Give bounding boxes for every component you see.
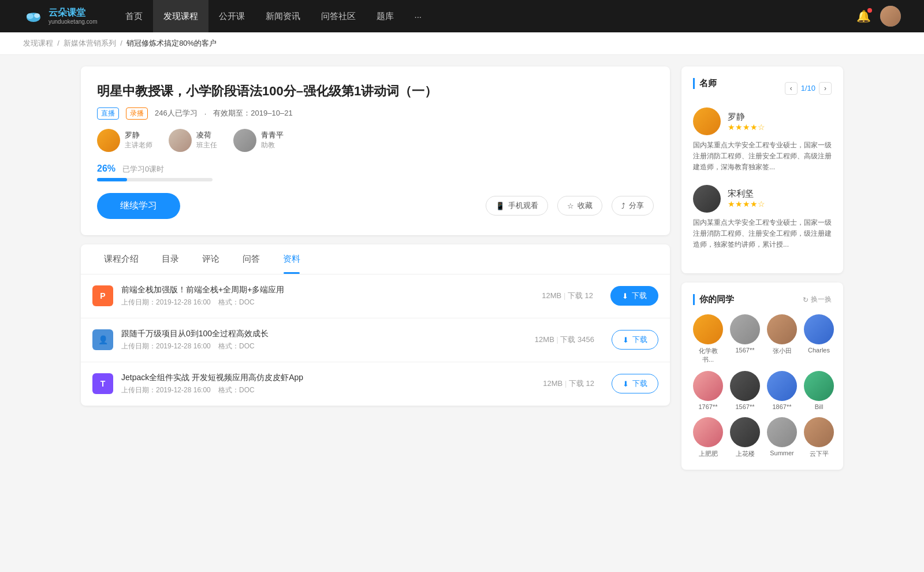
nav-quiz[interactable]: 题库 <box>366 0 404 32</box>
teachers-sidebar-card: 名师 ‹ 1/10 › 罗静 ★★★★☆ 国内某重点大学安全工程专业硕士，国家一… <box>681 66 843 273</box>
classmate-avatar-8 <box>693 417 723 447</box>
notification-bell[interactable]: 🔔 <box>856 9 871 23</box>
teacher-prev-button[interactable]: ‹ <box>785 82 798 95</box>
classmate-avatar-9 <box>730 417 760 447</box>
classmate-avatar-7 <box>804 371 834 401</box>
nav-qa[interactable]: 问答社区 <box>311 0 366 32</box>
teacher-sidebar-0: 罗静 ★★★★☆ 国内某重点大学安全工程专业硕士，国家一级注册消防工程师、注册安… <box>693 107 832 173</box>
classmate-name-11: 云下平 <box>810 450 829 458</box>
download-icon-1: ⬇ <box>623 336 629 344</box>
classmate-avatar-10 <box>767 417 797 447</box>
classmate-avatar-1 <box>730 314 760 344</box>
teacher-2: 青青平 助教 <box>233 129 284 152</box>
classmate-1: 1567** <box>730 314 760 364</box>
progress-section: 26% 已学习0课时 <box>97 164 654 181</box>
classmate-name-3: Charles <box>808 347 830 354</box>
classmate-5: 1567** <box>730 371 760 410</box>
teacher-next-button[interactable]: › <box>819 82 832 95</box>
continue-button[interactable]: 继续学习 <box>97 193 180 219</box>
teacher-name-2: 青青平 <box>261 130 284 140</box>
secondary-buttons: 📱 手机观看 ☆ 收藏 ⤴ 分享 <box>486 196 654 216</box>
classmate-name-1: 1567** <box>735 347 754 354</box>
logo[interactable]: 云朵课堂 yunduoketang.com <box>23 6 98 27</box>
classmate-avatar-5 <box>730 371 760 401</box>
teacher-1: 凌荷 班主任 <box>169 129 217 152</box>
classmates-header: 你的同学 ↻ 换一换 <box>693 294 832 305</box>
nav-news[interactable]: 新闻资讯 <box>255 0 311 32</box>
teacher-sidebar-avatar-1 <box>693 185 721 213</box>
classmate-3: Charles <box>804 314 834 364</box>
resource-info-2: Jetpack全组件实战 开发短视频应用高仿皮皮虾App 上传日期：2019-1… <box>121 373 535 395</box>
nav-items: 首页 发现课程 公开课 新闻资讯 问答社区 题库 ··· <box>115 0 856 32</box>
resource-meta-2: 上传日期：2019-12-28 16:00 格式：DOC <box>121 385 535 395</box>
resource-item-1: 👤 跟随千万级项目从0到100全过程高效成长 上传日期：2019-12-28 1… <box>81 318 670 362</box>
classmate-8: 上肥肥 <box>693 417 723 458</box>
classmate-avatar-11 <box>804 417 834 447</box>
star-icon: ☆ <box>567 202 574 210</box>
nav-more[interactable]: ··· <box>404 0 433 32</box>
download-button-1[interactable]: ⬇ 下载 <box>612 330 658 350</box>
classmate-name-9: 上花楼 <box>736 450 755 458</box>
resource-icon-0: P <box>92 285 113 306</box>
course-meta: 直播 录播 246人已学习 · 有效期至：2019–10–21 <box>97 107 654 120</box>
share-icon: ⤴ <box>621 202 625 210</box>
tabs-content: P 前端全栈加强版！前端全栈+全周期+多端应用 上传日期：2019-12-28 … <box>81 274 670 406</box>
breadcrumb-current: 销冠修炼术搞定80%的客户 <box>126 39 217 47</box>
tab-resource[interactable]: 资料 <box>271 244 312 274</box>
resource-icon-1: 👤 <box>92 329 113 350</box>
progress-sub: 已学习0课时 <box>122 164 164 174</box>
classmate-name-4: 1767** <box>698 403 717 410</box>
user-avatar-nav[interactable] <box>880 6 901 27</box>
classmate-avatar-2 <box>767 314 797 344</box>
tabs-header: 课程介绍 目录 评论 问答 资料 <box>81 244 670 274</box>
resource-meta-0: 上传日期：2019-12-28 16:00 格式：DOC <box>121 298 534 307</box>
teacher-pagination: ‹ 1/10 › <box>785 82 832 95</box>
badge-rec: 录播 <box>126 107 148 120</box>
download-button-2[interactable]: ⬇ 下载 <box>612 374 658 393</box>
progress-bar-bg <box>97 178 213 181</box>
teacher-role-2: 助教 <box>261 140 284 150</box>
teacher-sidebar-stars-1: ★★★★☆ <box>728 199 765 209</box>
breadcrumb-discover[interactable]: 发现课程 <box>23 39 53 47</box>
tab-review[interactable]: 评论 <box>191 244 231 274</box>
resource-title-2: Jetpack全组件实战 开发短视频应用高仿皮皮虾App <box>121 373 535 383</box>
course-card: 明星中教授课，小学阶段语法100分–强化级第1讲动词（一） 直播 录播 246人… <box>81 66 670 235</box>
classmate-name-0: 化学教书... <box>693 347 723 364</box>
teacher-0: 罗静 主讲老师 <box>97 129 152 152</box>
course-title: 明星中教授课，小学阶段语法100分–强化级第1讲动词（一） <box>97 83 654 101</box>
nav-home[interactable]: 首页 <box>115 0 153 32</box>
classmate-name-7: Bill <box>815 403 824 410</box>
resource-meta-1: 上传日期：2019-12-28 16:00 格式：DOC <box>121 341 527 351</box>
resource-title-1: 跟随千万级项目从0到100全过程高效成长 <box>121 329 527 339</box>
tab-intro[interactable]: 课程介绍 <box>92 244 150 274</box>
tab-qa[interactable]: 问答 <box>231 244 271 274</box>
share-button[interactable]: ⤴ 分享 <box>612 196 654 216</box>
action-row: 继续学习 📱 手机观看 ☆ 收藏 ⤴ 分享 <box>97 193 654 219</box>
teacher-sidebar-name-1: 宋利坚 <box>728 188 765 199</box>
download-icon-0: ⬇ <box>622 292 628 300</box>
teacher-sidebar-stars-0: ★★★★☆ <box>728 122 765 132</box>
classmate-name-10: Summer <box>770 450 794 456</box>
teacher-sidebar-desc-1: 国内某重点大学安全工程专业硕士，国家一级注册消防工程师、注册安全工程师，级注册建… <box>693 217 832 251</box>
resource-title-0: 前端全栈加强版！前端全栈+全周期+多端应用 <box>121 285 534 295</box>
teacher-avatar-2 <box>233 129 256 152</box>
teacher-avatar-0 <box>97 129 120 152</box>
logo-name: 云朵课堂 <box>49 7 98 18</box>
teacher-role-0: 主讲老师 <box>125 140 152 150</box>
refresh-button[interactable]: ↻ 换一换 <box>803 295 832 304</box>
main-layout: 明星中教授课，小学阶段语法100分–强化级第1讲动词（一） 直播 录播 246人… <box>58 55 866 491</box>
classmate-avatar-3 <box>804 314 834 344</box>
valid-until: 有效期至：2019–10–21 <box>213 108 292 118</box>
breadcrumb-series[interactable]: 新媒体营销系列 <box>64 39 116 47</box>
mobile-watch-button[interactable]: 📱 手机观看 <box>486 196 548 216</box>
tab-catalog[interactable]: 目录 <box>150 244 191 274</box>
classmates-grid: 化学教书... 1567** 张小田 Charles 1767** <box>693 314 832 458</box>
nav-open[interactable]: 公开课 <box>208 0 255 32</box>
classmate-avatar-0 <box>693 314 723 344</box>
content-area: 明星中教授课，小学阶段语法100分–强化级第1讲动词（一） 直播 录播 246人… <box>81 66 670 479</box>
collect-button[interactable]: ☆ 收藏 <box>557 196 602 216</box>
nav-discover[interactable]: 发现课程 <box>153 0 208 32</box>
classmate-name-5: 1567** <box>735 403 754 410</box>
teacher-sidebar-1: 宋利坚 ★★★★☆ 国内某重点大学安全工程专业硕士，国家一级注册消防工程师、注册… <box>693 185 832 251</box>
download-button-0[interactable]: ⬇ 下载 <box>610 286 658 306</box>
